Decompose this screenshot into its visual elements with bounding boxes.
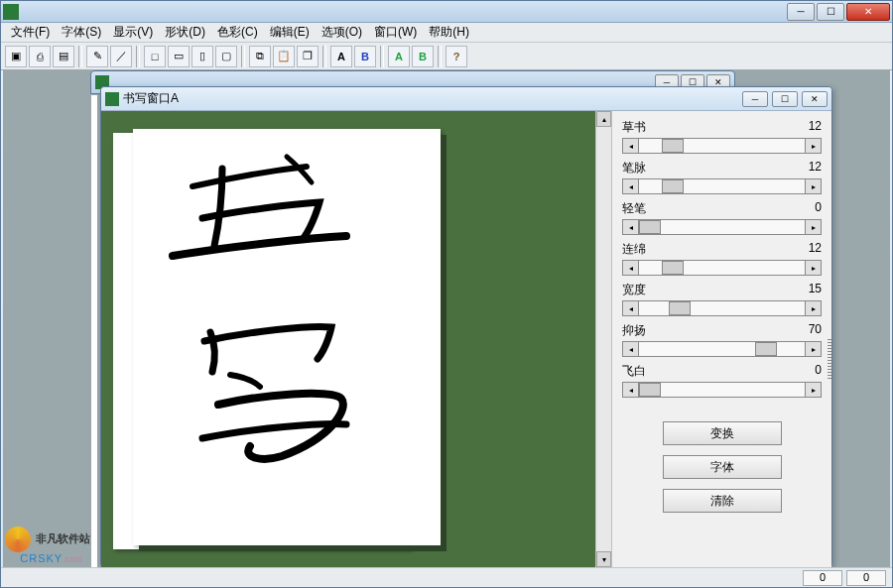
menu-font[interactable]: 字体(S) — [56, 22, 107, 43]
menu-view[interactable]: 显示(V) — [107, 22, 159, 43]
writing-window-titlebar[interactable]: 书写窗口A ─ ☐ ✕ — [101, 87, 831, 111]
slider-left-arrow-icon[interactable]: ◂ — [623, 383, 639, 397]
slider-bar[interactable]: ◂▸ — [622, 219, 822, 235]
menu-file[interactable]: 文件(F) — [5, 22, 56, 43]
writing-window-body: ▴ ▾ 草书12◂▸笔脉12◂▸轻笔0◂▸连绵12◂▸宽度15◂▸抑扬70◂▸飞… — [101, 111, 831, 567]
slider-track[interactable] — [639, 179, 805, 193]
panel-resize-handle[interactable] — [828, 339, 831, 379]
close-button[interactable]: ✕ — [846, 3, 890, 21]
slider-track[interactable] — [639, 139, 805, 153]
slider-2: 轻笔0◂▸ — [622, 200, 822, 235]
transform-button[interactable]: 变换 — [663, 421, 782, 445]
slider-thumb[interactable] — [639, 383, 661, 397]
tb-line-icon[interactable]: ／ — [110, 46, 132, 67]
tb-styleA-green[interactable]: A — [388, 46, 410, 67]
tb-save-icon[interactable]: ▤ — [53, 46, 74, 67]
font-button[interactable]: 字体 — [663, 455, 782, 479]
tb-rect2-icon[interactable]: ▭ — [168, 46, 190, 67]
slider-left-arrow-icon[interactable]: ◂ — [623, 179, 639, 193]
child-close-button[interactable]: ✕ — [802, 91, 828, 107]
slider-thumb[interactable] — [662, 179, 684, 193]
slider-left-arrow-icon[interactable]: ◂ — [623, 301, 639, 315]
tb-styleA-black[interactable]: A — [330, 46, 352, 67]
maximize-button[interactable]: ☐ — [817, 3, 844, 21]
slider-left-arrow-icon[interactable]: ◂ — [623, 220, 639, 234]
clear-button[interactable]: 清除 — [663, 489, 782, 513]
slider-thumb[interactable] — [755, 342, 777, 356]
tb-styleB-blue[interactable]: B — [354, 46, 376, 67]
tb-styleB-green[interactable]: B — [412, 46, 434, 67]
status-bar: 0 0 — [1, 567, 892, 587]
slider-thumb[interactable] — [669, 301, 691, 315]
tb-rect1-icon[interactable]: □ — [144, 46, 166, 67]
menu-shape[interactable]: 形状(D) — [159, 22, 211, 43]
slider-track[interactable] — [639, 301, 805, 315]
slider-thumb[interactable] — [662, 139, 684, 153]
scroll-up-icon[interactable]: ▴ — [596, 111, 611, 127]
slider-track[interactable] — [639, 220, 805, 234]
slider-left-arrow-icon[interactable]: ◂ — [623, 261, 639, 275]
menu-window[interactable]: 窗口(W) — [368, 22, 423, 43]
slider-value: 15 — [809, 282, 822, 298]
slider-bar[interactable]: ◂▸ — [622, 260, 822, 276]
tb-rect4-icon[interactable]: ▢ — [215, 46, 237, 67]
minimize-button[interactable]: ─ — [787, 3, 815, 21]
canvas-area[interactable] — [101, 111, 595, 567]
slider-bar[interactable]: ◂▸ — [622, 138, 822, 154]
scroll-track[interactable] — [596, 127, 611, 551]
menu-edit[interactable]: 编辑(E) — [264, 22, 316, 43]
child-minimize-button[interactable]: ─ — [742, 91, 768, 107]
menu-options[interactable]: 选项(O) — [316, 22, 368, 43]
calligraphy-strokes — [133, 129, 441, 545]
slider-5: 抑扬70◂▸ — [622, 322, 822, 357]
app-icon — [3, 4, 19, 20]
slider-value: 0 — [815, 363, 822, 380]
slider-right-arrow-icon[interactable]: ▸ — [805, 342, 821, 356]
slider-right-arrow-icon[interactable]: ▸ — [805, 301, 821, 315]
tb-open-icon[interactable]: ▣ — [5, 46, 27, 67]
toolbar-separator — [136, 46, 140, 67]
slider-right-arrow-icon[interactable]: ▸ — [805, 139, 821, 153]
tb-rect3-icon[interactable]: ▯ — [191, 46, 213, 67]
writing-window: 书写窗口A ─ ☐ ✕ — [100, 86, 832, 568]
slider-1: 笔脉12◂▸ — [622, 160, 822, 194]
tb-print-icon[interactable]: ⎙ — [29, 46, 51, 67]
slider-left-arrow-icon[interactable]: ◂ — [623, 139, 639, 153]
tb-dup-icon[interactable]: ❐ — [297, 46, 319, 67]
canvas-vertical-scrollbar[interactable]: ▴ ▾ — [595, 111, 611, 567]
slider-bar[interactable]: ◂▸ — [622, 382, 822, 398]
menu-help[interactable]: 帮助(H) — [423, 22, 475, 43]
slider-right-arrow-icon[interactable]: ▸ — [805, 220, 821, 234]
toolbar: ▣ ⎙ ▤ ✎ ／ □ ▭ ▯ ▢ ⧉ 📋 ❐ A B A B ? — [1, 43, 892, 70]
scroll-down-icon[interactable]: ▾ — [596, 551, 611, 567]
slider-thumb[interactable] — [662, 261, 684, 275]
menu-color[interactable]: 色彩(C) — [211, 22, 264, 43]
slider-bar[interactable]: ◂▸ — [622, 341, 822, 357]
slider-label: 草书 — [622, 119, 646, 136]
writing-window-title: 书写窗口A — [123, 90, 179, 107]
tb-paste-icon[interactable]: 📋 — [273, 46, 295, 67]
slider-track[interactable] — [639, 261, 805, 275]
tb-pen-icon[interactable]: ✎ — [86, 46, 108, 67]
child-maximize-button[interactable]: ☐ — [772, 91, 798, 107]
slider-4: 宽度15◂▸ — [622, 282, 822, 316]
slider-track[interactable] — [639, 383, 805, 397]
slider-value: 0 — [815, 200, 822, 217]
slider-track[interactable] — [639, 342, 805, 356]
tb-help-icon[interactable]: ? — [446, 46, 467, 67]
toolbar-separator — [78, 46, 82, 67]
canvas-page[interactable] — [133, 129, 441, 545]
slider-bar[interactable]: ◂▸ — [622, 300, 822, 316]
slider-thumb[interactable] — [639, 220, 661, 234]
toolbar-separator — [438, 46, 442, 67]
slider-right-arrow-icon[interactable]: ▸ — [805, 383, 821, 397]
slider-right-arrow-icon[interactable]: ▸ — [805, 179, 821, 193]
slider-value: 12 — [809, 160, 822, 176]
tb-copy-icon[interactable]: ⧉ — [249, 46, 271, 67]
slider-right-arrow-icon[interactable]: ▸ — [805, 261, 821, 275]
slider-label: 连绵 — [622, 241, 646, 258]
watermark-en: CRSKY — [20, 552, 63, 564]
slider-bar[interactable]: ◂▸ — [622, 178, 822, 194]
slider-label: 轻笔 — [622, 200, 646, 217]
slider-left-arrow-icon[interactable]: ◂ — [623, 342, 639, 356]
